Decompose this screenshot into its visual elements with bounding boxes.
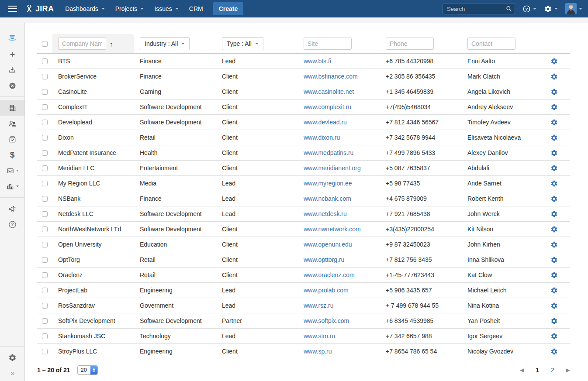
row-checkbox[interactable] — [42, 181, 48, 186]
sidebar-item-settings[interactable] — [0, 350, 24, 365]
row-checkbox[interactable] — [42, 89, 48, 95]
row-checkbox[interactable] — [42, 272, 48, 278]
nav-issues[interactable]: Issues — [149, 0, 183, 17]
sort-ascending-icon[interactable]: ↑ — [110, 40, 113, 48]
admin-settings-menu[interactable] — [544, 5, 558, 13]
site-link[interactable]: www.casinolite.net — [304, 88, 354, 95]
row-actions-gear-button[interactable] — [538, 103, 570, 111]
row-checkbox[interactable] — [42, 227, 48, 232]
sidebar-item-expand[interactable]: » — [0, 365, 24, 381]
nav-dashboards[interactable]: Dashboards — [60, 0, 110, 17]
row-actions-gear-button[interactable] — [538, 195, 570, 203]
site-link[interactable]: www.oraclenz.com — [304, 271, 355, 278]
row-actions-gear-button[interactable] — [538, 180, 570, 187]
row-checkbox[interactable] — [42, 150, 48, 156]
sidebar-item-help[interactable]: ? — [0, 216, 24, 232]
row-actions-gear-button[interactable] — [538, 73, 570, 80]
site-link[interactable]: www.devlead.ru — [304, 119, 347, 126]
site-link[interactable]: www.medpatins.ru — [304, 149, 353, 156]
row-actions-gear-button[interactable] — [538, 58, 570, 65]
site-link[interactable]: www.bsfinance.com — [304, 73, 358, 80]
jira-logo[interactable]: JIRA — [24, 4, 54, 14]
sidebar-item-contacts[interactable] — [0, 116, 24, 131]
create-button[interactable]: Create — [213, 2, 244, 15]
site-link[interactable]: www.stm.ru — [304, 333, 335, 340]
page-1-button[interactable]: 1 — [536, 367, 539, 374]
sidebar-item-archive-menu[interactable] — [0, 163, 24, 178]
row-actions-gear-button[interactable] — [538, 271, 570, 279]
site-link[interactable]: www.myregion.ee — [304, 180, 352, 187]
site-filter-input[interactable] — [304, 38, 352, 50]
search-input[interactable] — [443, 3, 515, 14]
sidebar-item-cancel[interactable] — [0, 78, 24, 93]
hamburger-menu-icon[interactable] — [8, 6, 17, 12]
site-link[interactable]: www.rsz.ru — [304, 302, 333, 309]
sidebar-item-announcements[interactable] — [0, 201, 24, 216]
row-checkbox[interactable] — [42, 58, 48, 64]
user-profile-menu[interactable] — [565, 3, 582, 14]
row-actions-gear-button[interactable] — [538, 134, 570, 141]
row-checkbox[interactable] — [42, 74, 48, 79]
type-filter-dropdown[interactable]: Type : All — [222, 37, 263, 50]
sidebar-item-transactions[interactable]: $ — [0, 147, 24, 163]
nav-projects[interactable]: Projects — [110, 0, 149, 17]
row-checkbox[interactable] — [42, 211, 48, 217]
page-size-select[interactable]: 20 — [77, 365, 98, 375]
row-checkbox[interactable] — [42, 196, 48, 202]
row-checkbox[interactable] — [42, 257, 48, 263]
industry-filter-dropdown[interactable]: Industry : All — [140, 37, 190, 50]
phone-filter-input[interactable] — [386, 38, 434, 50]
site-link[interactable]: www.bts.fi — [304, 58, 331, 65]
site-link[interactable]: www.openuni.edu — [304, 241, 352, 248]
row-checkbox[interactable] — [42, 333, 48, 339]
sidebar-item-add[interactable] — [0, 46, 24, 62]
row-checkbox[interactable] — [42, 104, 48, 110]
row-actions-gear-button[interactable] — [538, 287, 570, 294]
site-link[interactable]: www.prolab.com — [304, 287, 349, 294]
row-actions-gear-button[interactable] — [538, 88, 570, 96]
row-actions-gear-button[interactable] — [538, 119, 570, 126]
row-actions-gear-button[interactable] — [538, 165, 570, 172]
type-cell: Client — [216, 119, 298, 126]
sidebar-item-crm-logo[interactable] — [0, 31, 24, 46]
row-actions-gear-button[interactable] — [538, 149, 570, 157]
row-actions-gear-button[interactable] — [538, 317, 570, 325]
nav-crm[interactable]: CRM — [184, 0, 208, 17]
row-checkbox[interactable] — [42, 120, 48, 125]
row-checkbox[interactable] — [42, 318, 48, 324]
row-actions-gear-button[interactable] — [538, 241, 570, 248]
row-checkbox[interactable] — [42, 242, 48, 247]
sidebar-item-reports-menu[interactable] — [0, 178, 24, 194]
help-menu[interactable]: ? — [522, 5, 536, 13]
contact-filter-input[interactable] — [467, 38, 515, 50]
page-2-button[interactable]: 2 — [551, 367, 554, 374]
company-name-filter-input[interactable] — [58, 38, 106, 50]
row-checkbox[interactable] — [42, 288, 48, 293]
row-checkbox[interactable] — [42, 303, 48, 309]
sidebar-item-products[interactable] — [0, 131, 24, 147]
previous-page-button[interactable]: ◀ — [520, 367, 524, 373]
site-link[interactable]: www.sp.ru — [304, 348, 332, 355]
next-page-button[interactable]: ▶ — [566, 367, 570, 373]
sidebar-item-import[interactable] — [0, 62, 24, 78]
select-all-checkbox[interactable] — [42, 41, 48, 47]
row-actions-gear-button[interactable] — [538, 256, 570, 264]
site-link[interactable]: www.dixon.ru — [304, 134, 340, 141]
site-link[interactable]: www.softpix.com — [304, 317, 349, 324]
site-link[interactable]: www.nwnetwork.com — [304, 226, 361, 233]
row-actions-gear-button[interactable] — [538, 302, 570, 309]
phone-cell: +1-45-777623443 — [380, 271, 462, 278]
row-checkbox[interactable] — [42, 165, 48, 171]
row-checkbox[interactable] — [42, 135, 48, 141]
site-link[interactable]: www.meridianent.org — [304, 165, 361, 172]
site-link[interactable]: www.ncbank.com — [304, 195, 351, 202]
site-link[interactable]: www.opttorg.ru — [304, 256, 344, 263]
row-actions-gear-button[interactable] — [538, 226, 570, 233]
row-actions-gear-button[interactable] — [538, 348, 570, 355]
row-actions-gear-button[interactable] — [538, 210, 570, 218]
sidebar-item-companies[interactable] — [0, 100, 24, 116]
row-checkbox[interactable] — [42, 349, 48, 354]
row-actions-gear-button[interactable] — [538, 333, 570, 340]
site-link[interactable]: www.netdesk.ru — [304, 210, 347, 217]
site-link[interactable]: www.complexit.ru — [304, 103, 351, 110]
